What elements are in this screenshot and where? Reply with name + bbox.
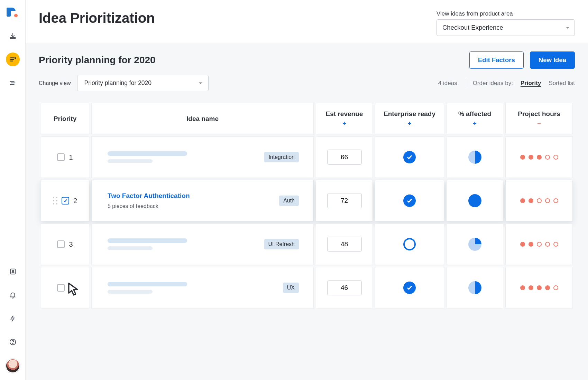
drag-handle-icon[interactable] bbox=[53, 197, 57, 205]
plus-icon: + bbox=[451, 120, 498, 127]
est-revenue-cell bbox=[316, 136, 373, 178]
idea-tag[interactable]: Auth bbox=[279, 196, 299, 206]
est-revenue-cell bbox=[316, 180, 373, 221]
project-hours-cell bbox=[505, 224, 573, 265]
col-enterprise-ready[interactable]: Enterprise ready + bbox=[375, 103, 444, 134]
est-revenue-input[interactable] bbox=[327, 150, 362, 165]
row-checkbox[interactable] bbox=[57, 153, 65, 161]
hours-dot bbox=[537, 285, 542, 290]
pct-affected-indicator[interactable] bbox=[468, 194, 481, 207]
row-checkbox[interactable] bbox=[57, 284, 65, 292]
hours-dot bbox=[537, 155, 542, 160]
edit-factors-button[interactable]: Edit Factors bbox=[469, 51, 524, 69]
hours-dot bbox=[545, 242, 550, 247]
inbox-icon[interactable] bbox=[6, 29, 20, 43]
enterprise-ready-toggle[interactable] bbox=[403, 151, 416, 163]
prioritize-icon[interactable] bbox=[6, 53, 20, 66]
idea-tag[interactable]: UX bbox=[283, 283, 299, 293]
table-row: 4UX bbox=[41, 267, 573, 308]
power-icon[interactable] bbox=[6, 312, 20, 325]
skeleton-title bbox=[108, 151, 187, 156]
col-enterprise-ready-label: Enterprise ready bbox=[384, 110, 435, 117]
notifications-icon[interactable] bbox=[6, 288, 20, 302]
table-row: 1Integration bbox=[41, 136, 573, 178]
est-revenue-cell bbox=[316, 224, 373, 265]
sidebar bbox=[0, 0, 26, 380]
idea-tag[interactable]: Integration bbox=[264, 152, 299, 162]
table-row: 2Two Factor Authentication5 pieces of fe… bbox=[41, 180, 573, 221]
priority-number: 2 bbox=[73, 197, 77, 205]
col-est-revenue-label: Est revenue bbox=[326, 110, 363, 117]
col-priority[interactable]: Priority bbox=[41, 103, 89, 134]
skeleton-subtitle bbox=[108, 159, 153, 163]
enterprise-ready-cell bbox=[375, 180, 444, 221]
col-idea-name[interactable]: Idea name bbox=[91, 103, 314, 134]
row-checkbox[interactable] bbox=[57, 240, 65, 248]
idea-cell[interactable]: UI Refresh bbox=[91, 224, 314, 265]
priority-number: 1 bbox=[69, 153, 73, 161]
pct-affected-cell bbox=[446, 224, 503, 265]
project-hours-indicator[interactable] bbox=[511, 155, 568, 160]
est-revenue-input[interactable] bbox=[327, 280, 362, 295]
table-row: 3UI Refresh bbox=[41, 224, 573, 265]
priority-cell: 4 bbox=[41, 267, 89, 308]
topbar: Idea Prioritization View ideas from prod… bbox=[26, 0, 588, 44]
ideas-table: Priority Idea name Est revenue + Enterpr… bbox=[39, 101, 575, 311]
hours-dot bbox=[529, 285, 533, 290]
hours-dot bbox=[537, 198, 542, 203]
order-by-priority-link[interactable]: Priority bbox=[521, 80, 541, 87]
hours-dot bbox=[537, 242, 542, 247]
idea-count: 4 ideas bbox=[438, 80, 457, 87]
est-revenue-input[interactable] bbox=[327, 193, 362, 208]
project-hours-cell bbox=[505, 180, 573, 221]
priority-cell: 2 bbox=[41, 180, 89, 221]
idea-tag[interactable]: UI Refresh bbox=[264, 239, 299, 249]
product-area-value: Checkout Experience bbox=[442, 24, 503, 31]
roadmap-icon[interactable] bbox=[6, 76, 20, 90]
hours-dot bbox=[553, 155, 558, 160]
row-checkbox[interactable] bbox=[62, 197, 69, 205]
pct-affected-cell bbox=[446, 136, 503, 178]
svg-point-1 bbox=[12, 270, 13, 272]
hours-dot bbox=[529, 198, 533, 203]
help-icon[interactable] bbox=[6, 335, 20, 349]
page-title: Idea Prioritization bbox=[39, 10, 155, 26]
contacts-icon[interactable] bbox=[6, 265, 20, 278]
pct-affected-indicator[interactable] bbox=[468, 281, 481, 294]
skeleton-subtitle bbox=[108, 290, 153, 294]
hours-dot bbox=[520, 285, 525, 290]
pct-affected-cell bbox=[446, 267, 503, 308]
idea-cell[interactable]: Integration bbox=[91, 136, 314, 178]
idea-subtitle: 5 pieces of feedback bbox=[108, 203, 190, 209]
col-pct-affected[interactable]: % affected + bbox=[446, 103, 503, 134]
plus-icon: + bbox=[380, 120, 439, 127]
product-area-select[interactable]: Checkout Experience bbox=[437, 19, 575, 36]
enterprise-ready-toggle[interactable] bbox=[403, 238, 416, 250]
est-revenue-input[interactable] bbox=[327, 237, 362, 252]
pct-affected-indicator[interactable] bbox=[468, 151, 481, 164]
view-select[interactable]: Priority planning for 2020 bbox=[77, 75, 209, 91]
plus-icon: + bbox=[321, 120, 368, 127]
enterprise-ready-toggle[interactable] bbox=[403, 282, 416, 294]
new-idea-button[interactable]: New Idea bbox=[530, 51, 575, 69]
col-est-revenue[interactable]: Est revenue + bbox=[316, 103, 373, 134]
idea-title-link[interactable]: Two Factor Authentication bbox=[108, 192, 190, 200]
hours-dot bbox=[545, 155, 550, 160]
project-hours-indicator[interactable] bbox=[511, 242, 568, 247]
hours-dot bbox=[545, 285, 550, 290]
sorted-list-label[interactable]: Sorted list bbox=[549, 80, 575, 87]
app-logo bbox=[7, 7, 19, 19]
enterprise-ready-toggle[interactable] bbox=[403, 194, 416, 207]
user-avatar[interactable] bbox=[6, 359, 20, 373]
idea-cell[interactable]: Two Factor Authentication5 pieces of fee… bbox=[91, 180, 314, 221]
skeleton-title bbox=[108, 282, 187, 286]
pct-affected-indicator[interactable] bbox=[468, 238, 481, 251]
project-hours-indicator[interactable] bbox=[511, 285, 568, 290]
idea-cell[interactable]: UX bbox=[91, 267, 314, 308]
hours-dot bbox=[520, 155, 525, 160]
hours-dot bbox=[553, 242, 558, 247]
change-view-label: Change view bbox=[39, 80, 71, 86]
workarea: Priority planning for 2020 Edit Factors … bbox=[26, 44, 588, 380]
project-hours-indicator[interactable] bbox=[511, 198, 568, 203]
col-project-hours[interactable]: Project hours – bbox=[505, 103, 573, 134]
